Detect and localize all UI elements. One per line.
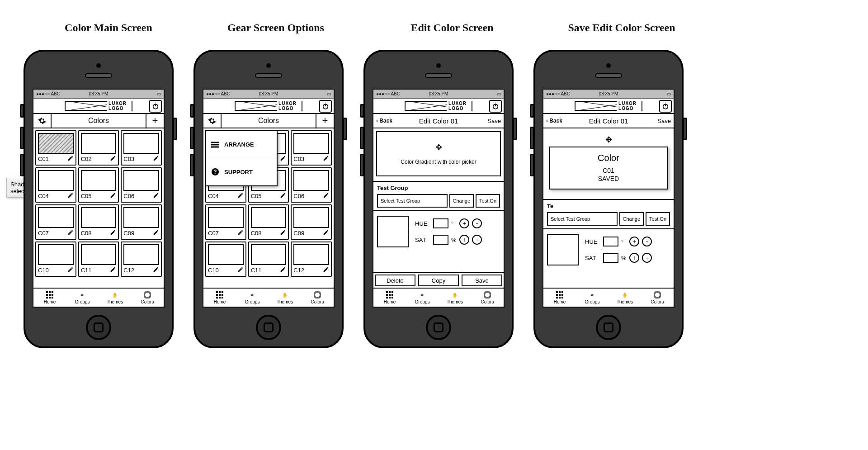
change-button[interactable]: Change [619, 212, 644, 226]
tab-home[interactable]: Home [373, 289, 406, 307]
save-button[interactable]: Save [462, 275, 502, 286]
color-tile[interactable]: C06 [291, 167, 332, 203]
pencil-icon[interactable] [323, 192, 329, 200]
color-tile[interactable]: C08 [248, 204, 289, 240]
test-group-select[interactable]: Select Test Group [547, 212, 618, 226]
pencil-icon[interactable] [153, 192, 159, 200]
home-button[interactable] [86, 315, 111, 340]
color-tile[interactable]: C07 [205, 204, 246, 240]
hue-plus[interactable]: + [459, 218, 469, 228]
sat-minus[interactable]: - [472, 235, 482, 245]
home-button[interactable] [596, 315, 621, 340]
gear-button[interactable] [203, 114, 222, 128]
color-tile[interactable]: C03 [291, 130, 332, 166]
power-button[interactable] [489, 100, 502, 113]
pencil-icon[interactable] [67, 229, 74, 237]
color-tile[interactable]: C11 [78, 242, 119, 277]
pencil-icon[interactable] [67, 266, 74, 274]
delete-button[interactable]: Delete [375, 275, 415, 286]
pencil-icon[interactable] [153, 229, 159, 237]
tab-themes[interactable]: ✋Themes [439, 289, 471, 307]
pencil-icon[interactable] [323, 266, 329, 274]
pencil-icon[interactable] [153, 155, 159, 163]
sat-input[interactable] [433, 235, 448, 245]
tab-colors[interactable]: Colors [131, 289, 164, 307]
home-button[interactable] [426, 315, 451, 340]
pencil-icon[interactable] [67, 155, 74, 163]
test-group-select[interactable]: Select Test Group [377, 194, 448, 208]
tab-home[interactable]: Home [543, 289, 576, 307]
tab-groups[interactable]: ✒Groups [66, 289, 99, 307]
tab-themes[interactable]: ✋Themes [609, 289, 641, 307]
color-tile[interactable]: C10 [205, 242, 246, 277]
color-tile[interactable]: C11 [248, 242, 289, 277]
color-tile[interactable]: C12 [121, 242, 162, 277]
tab-colors[interactable]: Colors [641, 289, 674, 307]
power-button[interactable] [319, 100, 332, 113]
add-button[interactable]: + [316, 114, 334, 128]
popover-support[interactable]: ?SUPPORT [206, 158, 277, 185]
home-button[interactable] [256, 315, 281, 340]
color-tile[interactable]: C12 [291, 242, 332, 277]
pencil-icon[interactable] [110, 192, 116, 200]
tab-themes[interactable]: ✋Themes [269, 289, 301, 307]
tab-colors[interactable]: Colors [471, 289, 504, 307]
color-tile[interactable]: C05 [78, 167, 119, 203]
hue-minus[interactable]: - [642, 237, 652, 246]
test-on-button[interactable]: Test On [476, 194, 500, 208]
sat-plus[interactable]: + [629, 253, 639, 263]
power-button[interactable] [149, 100, 162, 113]
pencil-icon[interactable] [280, 155, 286, 163]
pencil-icon[interactable] [280, 229, 286, 237]
popover-arrange[interactable]: ARRANGE [206, 131, 277, 158]
tab-home[interactable]: Home [33, 289, 66, 307]
sat-minus[interactable]: - [642, 253, 652, 263]
pencil-icon[interactable] [280, 192, 286, 200]
back-button[interactable]: ‹ Back [376, 118, 392, 124]
tab-colors[interactable]: Colors [301, 289, 334, 307]
hue-input[interactable] [433, 218, 448, 228]
color-tile[interactable]: C04 [35, 167, 76, 203]
pencil-icon[interactable] [280, 266, 286, 274]
color-picker[interactable]: ✥ Color Gradient with color picker [376, 131, 501, 176]
modal-title: Color [553, 153, 664, 163]
change-button[interactable]: Change [449, 194, 474, 208]
pencil-icon[interactable] [237, 266, 244, 274]
color-tile[interactable]: C09 [121, 204, 162, 240]
pencil-icon[interactable] [110, 266, 116, 274]
copy-button[interactable]: Copy [418, 275, 459, 286]
gear-button[interactable] [33, 114, 52, 128]
tab-groups[interactable]: ✒Groups [406, 289, 439, 307]
hue-plus[interactable]: + [629, 237, 639, 246]
tab-groups[interactable]: ✒Groups [236, 289, 269, 307]
pencil-icon[interactable] [153, 266, 159, 274]
back-button[interactable]: ‹ Back [546, 118, 562, 124]
pencil-icon[interactable] [67, 192, 74, 200]
pencil-icon[interactable] [323, 229, 329, 237]
color-tile[interactable]: C03 [121, 130, 162, 166]
pencil-icon[interactable] [110, 229, 116, 237]
pencil-icon[interactable] [110, 155, 116, 163]
color-tile[interactable]: C08 [78, 204, 119, 240]
test-on-button[interactable]: Test On [646, 212, 670, 226]
hue-minus[interactable]: - [472, 218, 482, 228]
tab-home[interactable]: Home [203, 289, 236, 307]
tab-groups[interactable]: ✒Groups [576, 289, 609, 307]
color-tile[interactable]: C06 [121, 167, 162, 203]
color-tile[interactable]: C01 [35, 130, 76, 166]
sat-plus[interactable]: + [459, 235, 469, 245]
hue-input[interactable] [603, 237, 618, 246]
pencil-icon[interactable] [323, 155, 329, 163]
color-tile[interactable]: C09 [291, 204, 332, 240]
save-link[interactable]: Save [487, 118, 501, 124]
tab-themes[interactable]: ✋Themes [99, 289, 131, 307]
color-tile[interactable]: C10 [35, 242, 76, 277]
power-button[interactable] [659, 100, 672, 113]
color-tile[interactable]: C07 [35, 204, 76, 240]
color-tile[interactable]: C02 [78, 130, 119, 166]
add-button[interactable]: + [146, 114, 164, 128]
pencil-icon[interactable] [237, 192, 244, 200]
save-link[interactable]: Save [657, 118, 671, 124]
pencil-icon[interactable] [237, 229, 244, 237]
sat-input[interactable] [603, 253, 618, 263]
